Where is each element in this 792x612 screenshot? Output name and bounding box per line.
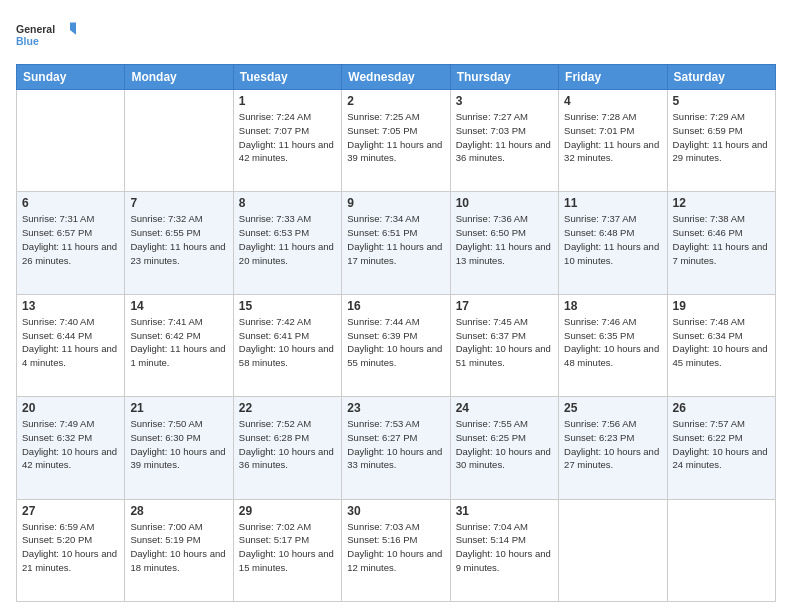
week-row-5: 27Sunrise: 6:59 AM Sunset: 5:20 PM Dayli… (17, 499, 776, 601)
calendar-cell: 9Sunrise: 7:34 AM Sunset: 6:51 PM Daylig… (342, 192, 450, 294)
day-info: Sunrise: 7:45 AM Sunset: 6:37 PM Dayligh… (456, 315, 553, 370)
calendar-cell: 29Sunrise: 7:02 AM Sunset: 5:17 PM Dayli… (233, 499, 341, 601)
header-monday: Monday (125, 65, 233, 90)
calendar-cell: 22Sunrise: 7:52 AM Sunset: 6:28 PM Dayli… (233, 397, 341, 499)
week-row-3: 13Sunrise: 7:40 AM Sunset: 6:44 PM Dayli… (17, 294, 776, 396)
calendar-cell: 14Sunrise: 7:41 AM Sunset: 6:42 PM Dayli… (125, 294, 233, 396)
calendar-cell: 1Sunrise: 7:24 AM Sunset: 7:07 PM Daylig… (233, 90, 341, 192)
calendar-cell: 27Sunrise: 6:59 AM Sunset: 5:20 PM Dayli… (17, 499, 125, 601)
day-info: Sunrise: 7:38 AM Sunset: 6:46 PM Dayligh… (673, 212, 770, 267)
day-number: 14 (130, 299, 227, 313)
calendar-cell: 7Sunrise: 7:32 AM Sunset: 6:55 PM Daylig… (125, 192, 233, 294)
header-sunday: Sunday (17, 65, 125, 90)
calendar-cell: 3Sunrise: 7:27 AM Sunset: 7:03 PM Daylig… (450, 90, 558, 192)
header-wednesday: Wednesday (342, 65, 450, 90)
calendar-cell: 12Sunrise: 7:38 AM Sunset: 6:46 PM Dayli… (667, 192, 775, 294)
day-number: 10 (456, 196, 553, 210)
header: General Blue (16, 16, 776, 56)
day-info: Sunrise: 7:49 AM Sunset: 6:32 PM Dayligh… (22, 417, 119, 472)
calendar-cell: 5Sunrise: 7:29 AM Sunset: 6:59 PM Daylig… (667, 90, 775, 192)
calendar-cell: 16Sunrise: 7:44 AM Sunset: 6:39 PM Dayli… (342, 294, 450, 396)
day-info: Sunrise: 7:37 AM Sunset: 6:48 PM Dayligh… (564, 212, 661, 267)
day-number: 18 (564, 299, 661, 313)
svg-text:General: General (16, 23, 55, 35)
header-tuesday: Tuesday (233, 65, 341, 90)
day-info: Sunrise: 7:41 AM Sunset: 6:42 PM Dayligh… (130, 315, 227, 370)
calendar-cell: 4Sunrise: 7:28 AM Sunset: 7:01 PM Daylig… (559, 90, 667, 192)
week-row-2: 6Sunrise: 7:31 AM Sunset: 6:57 PM Daylig… (17, 192, 776, 294)
calendar-cell (17, 90, 125, 192)
day-number: 8 (239, 196, 336, 210)
calendar-cell (667, 499, 775, 601)
day-info: Sunrise: 7:40 AM Sunset: 6:44 PM Dayligh… (22, 315, 119, 370)
svg-text:Blue: Blue (16, 35, 39, 47)
day-info: Sunrise: 7:31 AM Sunset: 6:57 PM Dayligh… (22, 212, 119, 267)
day-info: Sunrise: 7:53 AM Sunset: 6:27 PM Dayligh… (347, 417, 444, 472)
day-info: Sunrise: 7:33 AM Sunset: 6:53 PM Dayligh… (239, 212, 336, 267)
day-number: 19 (673, 299, 770, 313)
day-info: Sunrise: 7:52 AM Sunset: 6:28 PM Dayligh… (239, 417, 336, 472)
day-info: Sunrise: 7:27 AM Sunset: 7:03 PM Dayligh… (456, 110, 553, 165)
day-number: 5 (673, 94, 770, 108)
header-friday: Friday (559, 65, 667, 90)
day-number: 31 (456, 504, 553, 518)
calendar-cell: 26Sunrise: 7:57 AM Sunset: 6:22 PM Dayli… (667, 397, 775, 499)
day-number: 26 (673, 401, 770, 415)
day-info: Sunrise: 7:25 AM Sunset: 7:05 PM Dayligh… (347, 110, 444, 165)
calendar-cell (125, 90, 233, 192)
calendar-cell: 31Sunrise: 7:04 AM Sunset: 5:14 PM Dayli… (450, 499, 558, 601)
header-thursday: Thursday (450, 65, 558, 90)
day-number: 15 (239, 299, 336, 313)
calendar-cell: 20Sunrise: 7:49 AM Sunset: 6:32 PM Dayli… (17, 397, 125, 499)
day-info: Sunrise: 7:00 AM Sunset: 5:19 PM Dayligh… (130, 520, 227, 575)
day-info: Sunrise: 7:04 AM Sunset: 5:14 PM Dayligh… (456, 520, 553, 575)
logo-svg: General Blue (16, 16, 76, 56)
day-number: 23 (347, 401, 444, 415)
day-info: Sunrise: 7:29 AM Sunset: 6:59 PM Dayligh… (673, 110, 770, 165)
calendar-cell: 2Sunrise: 7:25 AM Sunset: 7:05 PM Daylig… (342, 90, 450, 192)
calendar-cell: 23Sunrise: 7:53 AM Sunset: 6:27 PM Dayli… (342, 397, 450, 499)
day-info: Sunrise: 7:03 AM Sunset: 5:16 PM Dayligh… (347, 520, 444, 575)
day-number: 2 (347, 94, 444, 108)
day-info: Sunrise: 7:55 AM Sunset: 6:25 PM Dayligh… (456, 417, 553, 472)
day-number: 13 (22, 299, 119, 313)
calendar-cell: 19Sunrise: 7:48 AM Sunset: 6:34 PM Dayli… (667, 294, 775, 396)
day-number: 3 (456, 94, 553, 108)
calendar-cell: 25Sunrise: 7:56 AM Sunset: 6:23 PM Dayli… (559, 397, 667, 499)
svg-marker-2 (70, 23, 76, 37)
day-info: Sunrise: 7:46 AM Sunset: 6:35 PM Dayligh… (564, 315, 661, 370)
calendar-cell (559, 499, 667, 601)
day-number: 21 (130, 401, 227, 415)
day-info: Sunrise: 7:24 AM Sunset: 7:07 PM Dayligh… (239, 110, 336, 165)
header-saturday: Saturday (667, 65, 775, 90)
calendar-cell: 8Sunrise: 7:33 AM Sunset: 6:53 PM Daylig… (233, 192, 341, 294)
calendar-cell: 24Sunrise: 7:55 AM Sunset: 6:25 PM Dayli… (450, 397, 558, 499)
day-info: Sunrise: 7:44 AM Sunset: 6:39 PM Dayligh… (347, 315, 444, 370)
day-number: 6 (22, 196, 119, 210)
day-number: 9 (347, 196, 444, 210)
calendar-cell: 28Sunrise: 7:00 AM Sunset: 5:19 PM Dayli… (125, 499, 233, 601)
day-info: Sunrise: 6:59 AM Sunset: 5:20 PM Dayligh… (22, 520, 119, 575)
day-number: 28 (130, 504, 227, 518)
week-row-4: 20Sunrise: 7:49 AM Sunset: 6:32 PM Dayli… (17, 397, 776, 499)
day-number: 16 (347, 299, 444, 313)
week-row-1: 1Sunrise: 7:24 AM Sunset: 7:07 PM Daylig… (17, 90, 776, 192)
calendar-cell: 10Sunrise: 7:36 AM Sunset: 6:50 PM Dayli… (450, 192, 558, 294)
calendar-cell: 18Sunrise: 7:46 AM Sunset: 6:35 PM Dayli… (559, 294, 667, 396)
day-number: 12 (673, 196, 770, 210)
day-number: 29 (239, 504, 336, 518)
calendar: SundayMondayTuesdayWednesdayThursdayFrid… (16, 64, 776, 602)
day-info: Sunrise: 7:02 AM Sunset: 5:17 PM Dayligh… (239, 520, 336, 575)
day-number: 7 (130, 196, 227, 210)
day-info: Sunrise: 7:34 AM Sunset: 6:51 PM Dayligh… (347, 212, 444, 267)
day-info: Sunrise: 7:56 AM Sunset: 6:23 PM Dayligh… (564, 417, 661, 472)
day-number: 17 (456, 299, 553, 313)
day-info: Sunrise: 7:57 AM Sunset: 6:22 PM Dayligh… (673, 417, 770, 472)
day-info: Sunrise: 7:28 AM Sunset: 7:01 PM Dayligh… (564, 110, 661, 165)
day-number: 24 (456, 401, 553, 415)
page: General Blue SundayMondayTuesdayWednesda… (0, 0, 792, 612)
day-number: 25 (564, 401, 661, 415)
calendar-cell: 17Sunrise: 7:45 AM Sunset: 6:37 PM Dayli… (450, 294, 558, 396)
calendar-cell: 6Sunrise: 7:31 AM Sunset: 6:57 PM Daylig… (17, 192, 125, 294)
day-number: 1 (239, 94, 336, 108)
